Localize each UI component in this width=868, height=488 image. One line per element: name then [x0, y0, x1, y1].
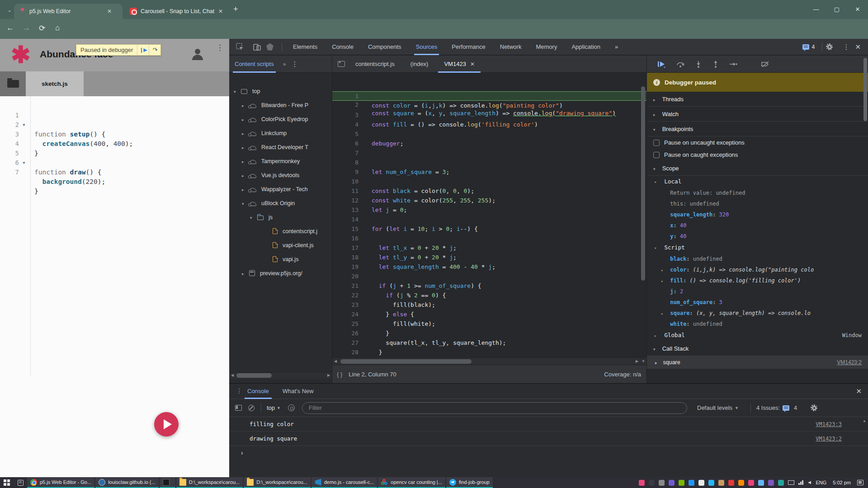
devtools-tab[interactable]: Memory — [528, 39, 564, 55]
expand-arrow-icon[interactable]: ▸ — [242, 169, 248, 183]
browser-tab-carousell[interactable]: Carousell - Snap to List, Chat t ✕ — [125, 4, 227, 19]
debugger-row[interactable]: ▾ Script — [647, 242, 868, 253]
step-over-icon[interactable]: ↷ — [149, 45, 160, 55]
debugger-row[interactable]: black undefined — [647, 253, 868, 264]
debugger-row[interactable]: ▸ color (i,j,k) => console.log("painting… — [647, 264, 868, 275]
code-line[interactable]: 19 — [332, 253, 646, 262]
code-line[interactable]: 9 — [332, 158, 646, 167]
expand-arrow-icon[interactable]: ▸ — [661, 308, 667, 319]
tree-item[interactable]: ▸ Linkclump — [229, 127, 332, 141]
back-button[interactable]: ← — [6, 23, 14, 33]
tree-item[interactable]: ▸ Vue.js devtools — [229, 169, 332, 183]
tree-item[interactable]: ▾ uBlock Origin — [229, 197, 332, 211]
expand-arrow-icon[interactable]: ▸ — [242, 99, 248, 113]
sidebar-scrollbar-thumb[interactable] — [863, 58, 867, 121]
file-tab-sketch-js[interactable]: sketch.js — [26, 71, 84, 96]
debugger-row[interactable]: x 40 — [647, 220, 868, 231]
tree-item[interactable]: vapi-client.js — [229, 239, 332, 253]
tree-item[interactable]: ▾ js — [229, 211, 332, 225]
resume-script-icon[interactable] — [657, 61, 666, 68]
hide-navigator-icon[interactable] — [338, 61, 345, 67]
code-line[interactable]: 17 let tl_y = 0 + 20 * j; — [332, 234, 646, 243]
expand-arrow-icon[interactable]: ▾ — [653, 162, 660, 177]
taskbar-app-button[interactable]: demo.js - carousell-c... — [311, 477, 377, 488]
window-close-button[interactable]: ✕ — [847, 0, 868, 19]
row-right-text[interactable]: Window — [842, 329, 862, 341]
debugger-row[interactable]: ▸ square (x, y, square_length) => consol… — [647, 308, 868, 319]
tray-icon[interactable] — [649, 480, 655, 486]
code-line[interactable]: 7 } — [0, 158, 229, 168]
code-line[interactable]: 7 — [332, 139, 646, 148]
file-tab[interactable]: VM1423✕ — [438, 56, 480, 73]
tray-icon[interactable] — [669, 480, 675, 486]
tree-item[interactable]: ▸ Tampermonkey — [229, 155, 332, 169]
tray-icon[interactable] — [768, 480, 774, 486]
debugger-row[interactable]: square_length 320 — [647, 209, 868, 220]
devtools-tab[interactable]: Performance — [444, 39, 492, 55]
debugger-row[interactable]: Pause on caught exceptions — [647, 149, 868, 161]
taskbar-app-button[interactable]: D:\_workspace\carou... — [244, 477, 311, 488]
browser-tab-p5[interactable]: * p5.js Web Editor ✕ — [14, 4, 123, 19]
debugger-row[interactable]: j 2 — [647, 286, 868, 297]
language-indicator[interactable]: ENG — [816, 480, 826, 485]
devtools-tab[interactable]: Network — [493, 39, 529, 55]
tree-item[interactable]: contentscript.j — [229, 225, 332, 239]
tray-icon[interactable] — [708, 480, 714, 486]
debugger-row[interactable]: num_of_square 3 — [647, 297, 868, 308]
taskbar-app-button[interactable]: p5.js Web Editor - Go... — [27, 477, 94, 488]
file-tab[interactable]: (index) — [405, 56, 439, 73]
tray-icon[interactable] — [639, 480, 645, 486]
code-line[interactable]: 10 const black = color(0, 0, 0); — [332, 167, 646, 177]
checkbox[interactable] — [653, 152, 660, 158]
step-icon[interactable] — [729, 61, 737, 68]
tray-icon[interactable] — [718, 480, 724, 486]
taskbar-app-button[interactable]: D:\_workspace\carou... — [176, 477, 243, 488]
source-link[interactable]: VM1423:3 — [816, 417, 842, 432]
code-editor[interactable]: 1 const color = (i,j,k) => console.log("… — [332, 73, 646, 357]
issues-label[interactable]: 4 Issues: — [756, 404, 780, 411]
scroll-right-icon[interactable]: ▶ — [326, 372, 332, 379]
log-levels-selector[interactable]: Default levels — [697, 404, 732, 411]
expand-arrow-icon[interactable]: ▸ — [655, 357, 661, 369]
tree-item[interactable]: ▸ React Developer T — [229, 141, 332, 155]
taskbar-app-button[interactable]: louisclaw.github.io (... — [95, 477, 159, 488]
code-line[interactable]: 27 } — [332, 328, 646, 338]
tab-search-icon[interactable]: ⌄ — [5, 5, 14, 15]
devtools-tab[interactable]: » — [608, 39, 625, 55]
drawer-tab[interactable]: Console — [245, 384, 272, 399]
code-line[interactable]: 4 — [0, 130, 229, 139]
scroll-up-icon[interactable]: ▲ — [863, 419, 866, 423]
tray-icon[interactable] — [698, 480, 704, 486]
devtools-tab[interactable]: Elements — [286, 39, 325, 55]
tray-icon[interactable] — [748, 480, 754, 486]
code-line[interactable]: 1 ▼ function setup() { — [0, 101, 229, 111]
tree-item[interactable]: ▾ top — [229, 84, 332, 99]
console-sidebar-icon[interactable] — [235, 405, 242, 411]
code-line[interactable]: 1 const color = (i,j,k) => console.log("… — [332, 82, 646, 91]
row-right-text[interactable]: VM1423:2 — [837, 356, 862, 369]
devtools-close-icon[interactable]: ✕ — [855, 43, 861, 51]
p5-menu-icon[interactable]: ⋮ — [216, 46, 219, 50]
debugger-row[interactable]: ▾ Scope — [647, 161, 868, 176]
code-line[interactable]: 11 const white = color(255, 255, 255); — [332, 177, 646, 186]
code-line[interactable]: 25 } — [332, 310, 646, 319]
clock[interactable]: 5:02 pm — [833, 480, 851, 485]
expand-arrow-icon[interactable]: ▸ — [653, 93, 660, 108]
p5-account-icon[interactable] — [190, 47, 205, 62]
code-line[interactable]: 26 square(tl_x, tl_y, square_length); — [332, 319, 646, 328]
source-link[interactable]: VM1423:2 — [816, 432, 842, 446]
pretty-print-icon[interactable]: { } — [337, 371, 342, 378]
taskbar-app-button[interactable]: opencv car counting |... — [378, 477, 445, 488]
debugger-row[interactable]: ▸ Threads — [647, 92, 868, 107]
new-tab-button[interactable]: + — [233, 5, 238, 14]
code-line[interactable]: 13 — [332, 196, 646, 205]
scroll-right-icon[interactable]: ▶ — [634, 358, 640, 365]
tray-icon[interactable] — [689, 480, 694, 486]
tray-icon[interactable] — [659, 480, 665, 486]
tree-item[interactable]: ▸ ColorPick Eyedrop — [229, 113, 332, 127]
deactivate-breakpoints-icon[interactable] — [761, 61, 770, 68]
console-settings-gear-icon[interactable] — [811, 404, 817, 411]
debugger-row[interactable]: this undefined — [647, 198, 868, 209]
expand-arrow-icon[interactable]: ▸ — [242, 155, 248, 169]
display-tray-icon[interactable] — [788, 480, 794, 485]
